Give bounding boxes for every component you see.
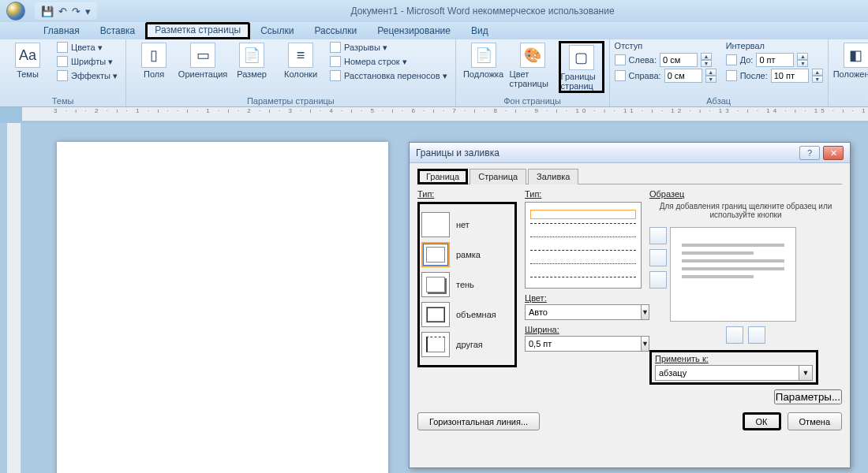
tab-shading[interactable]: Заливка [528,169,578,184]
ribbon: Aa Темы Цвета ▾ Шрифты ▾ Эффекты ▾ Темы … [0,39,868,107]
tab-home[interactable]: Главная [33,22,90,39]
border-top-toggle[interactable] [649,227,667,244]
undo-icon[interactable]: ↶ [58,6,67,17]
ok-button[interactable]: ОК [743,412,781,430]
border-bottom-toggle[interactable] [649,271,667,289]
cancel-button[interactable]: Отмена [788,412,842,430]
group-page-setup: ▯Поля ▭Ориентация 📄Размер ≡Колонки Разры… [126,39,456,106]
theme-fonts[interactable]: Шрифты ▾ [54,55,121,68]
page-color-button[interactable]: 🎨Цвет страницы [510,41,556,88]
type-3d[interactable]: объемная [421,302,513,327]
themes-icon: Aa [15,43,40,68]
save-icon[interactable]: 💾 [41,6,54,17]
tab-page-border[interactable]: Страница [470,169,526,184]
border-width-combo[interactable]: ▼ [525,336,642,352]
group-paragraph: Отступ Слева: ▲▼ Справа: ▲▼ Интервал [610,39,829,106]
titlebar: 💾 ↶ ↷ ▾ Документ1 - Microsoft Word неком… [0,0,868,22]
spacing-before-spinner[interactable]: ▲▼ [797,53,808,67]
indent-left-icon [615,54,626,65]
spacing-after-spinner[interactable]: ▲▼ [812,69,823,83]
spacing-before-input[interactable] [756,53,794,67]
qat-dropdown-icon[interactable]: ▾ [85,6,91,17]
page-color-icon: 🎨 [520,43,545,68]
type-box[interactable]: рамка [421,242,513,267]
group-themes: Aa Темы Цвета ▾ Шрифты ▾ Эффекты ▾ Темы [0,39,126,106]
themes-button[interactable]: Aa Темы [5,41,51,79]
help-button[interactable]: ? [799,146,820,160]
border-hmiddle-toggle[interactable] [649,249,667,266]
size-button[interactable]: 📄Размер [229,41,275,79]
tab-view[interactable]: Вид [461,22,499,39]
preview-box[interactable] [670,227,796,322]
font-icon [57,56,68,67]
spacing-before: До: ▲▼ [726,53,823,67]
hyphen-icon [330,70,341,81]
horizontal-line-button[interactable]: Горизонтальная линия... [417,412,540,430]
office-button[interactable] [0,0,32,22]
chevron-down-icon[interactable]: ▼ [642,304,649,320]
border-color-combo[interactable]: ▼ [525,304,642,320]
border-type-list: нет рамка тень объемная другая [417,202,517,367]
indent-right-icon [615,70,626,81]
ruler-horizontal[interactable]: 3 · ı · 2 · ı · 1 · ı · · ı · 1 · ı · 2 … [22,107,868,121]
position-button[interactable]: ◧Положение [833,41,868,79]
columns-button[interactable]: ≡Колонки [278,41,324,79]
margins-icon: ▯ [141,43,166,68]
watermark-button[interactable]: 📄Подложка [461,41,507,79]
quick-access-toolbar: 💾 ↶ ↷ ▾ [35,2,97,20]
orientation-button[interactable]: ▭Ориентация [180,41,226,79]
group-page-background: 📄Подложка 🎨Цвет страницы ▢Границы страни… [456,39,610,106]
theme-effects[interactable]: Эффекты ▾ [54,69,121,82]
spacing-before-icon [726,54,737,65]
apply-to-combo[interactable]: ▼ [655,365,813,381]
ruler-vertical[interactable] [7,123,21,473]
indent-left-input[interactable] [660,53,698,67]
close-button[interactable]: ✕ [823,146,844,160]
apply-to-label: Применить к: [655,354,813,363]
spacing-after-icon [726,70,737,81]
hyphenation-button[interactable]: Расстановка переносов ▾ [327,69,451,82]
tab-review[interactable]: Рецензирование [367,22,461,39]
dialog-titlebar[interactable]: Границы и заливка ? ✕ [410,143,850,163]
line-numbers-button[interactable]: Номера строк ▾ [327,55,451,68]
ribbon-tabs: Главная Вставка Разметка страницы Ссылки… [0,22,868,39]
dialog-tabs: Граница Страница Заливка [417,168,842,184]
redo-icon[interactable]: ↷ [72,6,80,17]
size-icon: 📄 [239,43,264,68]
columns-icon: ≡ [288,43,313,68]
page-borders-button[interactable]: ▢Границы страниц [559,41,604,93]
tab-mailings[interactable]: Рассылки [304,22,367,39]
tab-page-layout[interactable]: Разметка страницы [145,22,250,39]
breaks-button[interactable]: Разрывы ▾ [327,41,451,54]
chevron-down-icon[interactable]: ▼ [642,336,649,352]
chevron-down-icon[interactable]: ▼ [799,365,813,381]
group-arrange: ◧Положение [829,39,868,106]
border-left-toggle[interactable] [726,326,743,344]
watermark-icon: 📄 [471,43,496,68]
page-borders-icon: ▢ [569,45,594,70]
orientation-icon: ▭ [190,43,215,68]
type-shadow[interactable]: тень [421,272,513,297]
indent-right-input[interactable] [664,69,702,83]
indent-right-spinner[interactable]: ▲▼ [705,69,716,83]
position-icon: ◧ [844,43,868,68]
theme-colors[interactable]: Цвета ▾ [54,41,121,54]
margins-button[interactable]: ▯Поля [131,41,177,79]
spacing-after: После: ▲▼ [726,69,823,83]
border-style-list[interactable] [525,202,642,289]
type-custom[interactable]: другая [421,332,513,357]
indent-left-spinner[interactable]: ▲▼ [701,53,712,67]
indent-right: Справа: ▲▼ [615,69,716,83]
options-button[interactable]: Параметры... [774,389,842,404]
type-none[interactable]: нет [421,212,513,237]
tab-border[interactable]: Граница [417,169,468,184]
spacing-after-input[interactable] [771,69,809,83]
palette-icon [57,42,68,53]
tab-references[interactable]: Ссылки [250,22,304,39]
border-right-toggle[interactable] [748,326,765,344]
borders-dialog: Границы и заливка ? ✕ Граница Страница З… [409,142,851,468]
tab-insert[interactable]: Вставка [90,22,146,39]
document-page[interactable] [57,142,388,473]
preview-hint: Для добавления границ щелкните образец и… [649,202,842,219]
line-num-icon [330,56,341,67]
